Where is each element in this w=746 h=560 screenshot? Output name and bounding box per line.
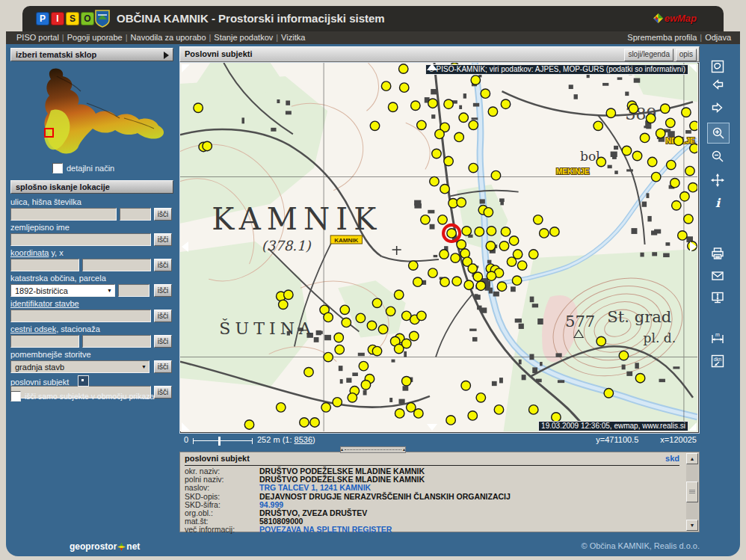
business-dot[interactable] <box>690 121 697 130</box>
business-dot[interactable] <box>457 240 466 249</box>
business-dot[interactable] <box>619 351 628 360</box>
business-dot[interactable] <box>517 261 526 270</box>
business-dot[interactable] <box>688 182 697 191</box>
business-dot[interactable] <box>324 352 333 361</box>
business-dot[interactable] <box>430 176 439 185</box>
business-dot[interactable] <box>468 264 477 273</box>
business-dot[interactable] <box>471 76 480 84</box>
info-icon[interactable]: i <box>707 193 728 212</box>
pan-icon[interactable] <box>707 170 728 190</box>
business-dot[interactable] <box>438 215 447 224</box>
business-dot[interactable] <box>440 184 449 193</box>
menu-item-pogoji-uporabe[interactable]: Pogoji uporabe <box>67 33 123 42</box>
business-dot[interactable] <box>666 118 675 127</box>
select-storitve[interactable]: gradnja stavb▼ <box>10 360 149 373</box>
business-dot[interactable] <box>440 250 448 259</box>
business-dot[interactable] <box>277 403 286 412</box>
business-dot[interactable] <box>342 318 351 327</box>
business-dot[interactable] <box>632 151 641 160</box>
business-dot[interactable] <box>678 231 687 240</box>
detail-mode-checkbox[interactable] <box>52 163 63 173</box>
business-dot[interactable] <box>597 157 605 166</box>
business-dot[interactable] <box>300 418 309 427</box>
geoprostor-logo[interactable]: geoprostor net <box>70 541 140 552</box>
business-dot[interactable] <box>457 198 466 207</box>
input-odsek-1[interactable] <box>82 335 151 348</box>
business-dot[interactable] <box>606 108 615 117</box>
business-dot[interactable] <box>528 405 537 414</box>
business-dot[interactable] <box>454 132 463 141</box>
business-dot[interactable] <box>372 298 381 307</box>
business-dot[interactable] <box>487 227 496 236</box>
business-dot[interactable] <box>399 83 408 92</box>
business-dot[interactable] <box>444 99 453 108</box>
map-canvas[interactable]: KAMNIK (378.1) ŠUTINA 389 bol 577 St. gr… <box>179 62 700 434</box>
business-dot[interactable] <box>647 157 656 166</box>
ewmap-logo[interactable]: ewMap <box>653 13 697 24</box>
business-dot[interactable] <box>494 405 503 414</box>
forward-icon[interactable] <box>707 98 728 117</box>
zoom-in-icon[interactable] <box>707 123 730 144</box>
business-dot[interactable] <box>432 149 441 158</box>
search-section-header[interactable]: splošno iskanje lokacije <box>10 180 173 194</box>
menu-item-stanje-podatkov[interactable]: Stanje podatkov <box>214 33 273 42</box>
search-button-stavba[interactable]: išči <box>154 310 172 322</box>
dkn-icon[interactable]: dkn <box>707 351 728 371</box>
overview-extent-icon[interactable] <box>707 57 728 76</box>
business-dot[interactable] <box>394 290 403 299</box>
business-dot[interactable] <box>361 381 370 390</box>
select-kataster[interactable]: 1892-bistričica▼ <box>10 284 115 297</box>
input-ulica-1[interactable] <box>120 208 151 221</box>
business-dot[interactable] <box>444 156 453 165</box>
search-button-kataster[interactable]: išči <box>154 284 172 297</box>
scale-slider-handle[interactable] <box>218 437 221 446</box>
search-button-zemljepisno[interactable]: išči <box>154 233 172 246</box>
business-dot[interactable] <box>451 253 460 262</box>
business-dot[interactable] <box>310 418 319 427</box>
business-dot[interactable] <box>381 81 390 90</box>
business-dot[interactable] <box>464 280 473 289</box>
business-dot[interactable] <box>435 129 444 138</box>
search-button-storitve[interactable]: išči <box>154 360 172 373</box>
search-button-ulica[interactable]: išči <box>154 208 172 221</box>
back-icon[interactable] <box>707 75 728 94</box>
pan-south-arrow[interactable] <box>427 424 437 431</box>
scale-slider[interactable] <box>193 440 253 443</box>
business-dot[interactable] <box>321 403 330 412</box>
pan-east-arrow[interactable] <box>690 241 697 252</box>
business-dot[interactable] <box>534 215 543 224</box>
overview-map[interactable] <box>12 66 170 157</box>
subject-area-checkbox[interactable] <box>10 391 21 401</box>
business-dot[interactable] <box>487 271 496 280</box>
business-dot[interactable] <box>421 215 430 224</box>
theme-selector-header[interactable]: izberi tematski sklop <box>10 48 173 61</box>
business-dot[interactable] <box>395 409 404 418</box>
business-dot[interactable] <box>333 398 342 407</box>
business-dot[interactable] <box>671 178 679 187</box>
input-stavba-0[interactable] <box>10 310 151 322</box>
business-dot[interactable] <box>486 241 495 250</box>
business-dot[interactable] <box>414 409 423 418</box>
business-dot[interactable] <box>469 163 478 172</box>
business-dot[interactable] <box>501 99 510 108</box>
business-dot[interactable] <box>473 272 482 281</box>
business-dot[interactable] <box>367 321 376 330</box>
business-dot[interactable] <box>656 129 665 138</box>
business-dot[interactable] <box>667 160 676 169</box>
scroll-down-button[interactable]: ▼ <box>686 520 698 531</box>
business-dot[interactable] <box>488 107 497 116</box>
business-dot[interactable] <box>491 170 500 179</box>
business-dot[interactable] <box>446 416 455 425</box>
business-dot[interactable] <box>646 114 655 123</box>
piso-logo[interactable]: PISO <box>36 12 94 25</box>
fit-screen-icon[interactable] <box>707 288 728 307</box>
business-dot[interactable] <box>469 120 478 129</box>
info-row-value[interactable]: TRG TALCEV 1, 1241 KAMNIK <box>259 484 371 492</box>
input-odsek-0[interactable] <box>10 335 79 348</box>
business-dot[interactable] <box>476 393 485 402</box>
business-dot[interactable] <box>348 393 357 402</box>
business-dot[interactable] <box>501 227 510 236</box>
description-button[interactable]: opis <box>676 49 697 61</box>
business-dot[interactable] <box>194 103 203 112</box>
business-dot[interactable] <box>512 276 521 285</box>
